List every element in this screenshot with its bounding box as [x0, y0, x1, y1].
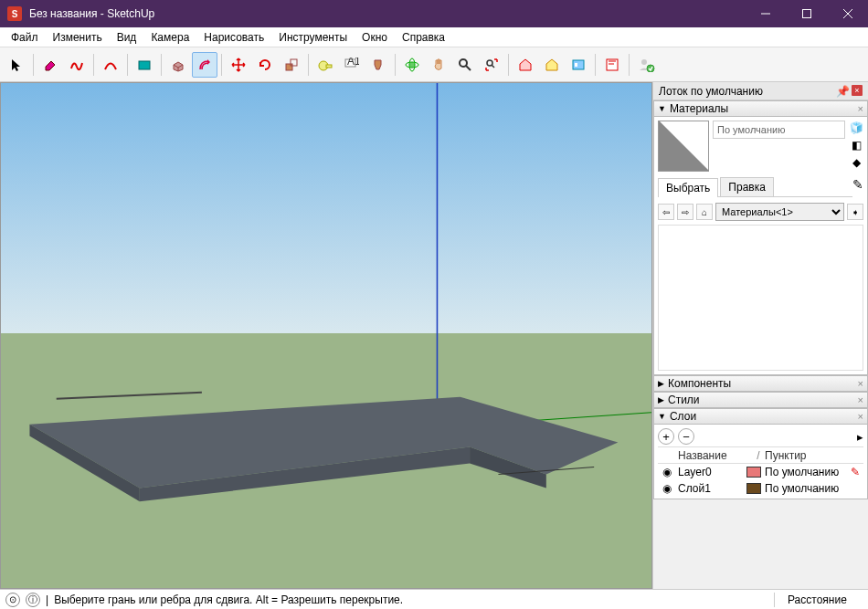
materials-tab-edit[interactable]: Правка [720, 177, 774, 196]
material-preview[interactable] [658, 121, 709, 172]
extension-tool[interactable] [566, 52, 591, 78]
sort-icon[interactable]: / [752, 449, 765, 462]
svg-rect-5 [286, 64, 292, 70]
menu-файл[interactable]: Файл [4, 29, 46, 46]
pan-tool[interactable] [426, 52, 451, 78]
svg-point-21 [641, 59, 647, 65]
panel-styles-header[interactable]: ▶ Стили × [653, 392, 868, 408]
warehouse2-tool[interactable] [539, 52, 565, 78]
menu-изменить[interactable]: Изменить [46, 29, 110, 46]
panel-layers-close[interactable]: × [858, 411, 863, 422]
panel-styles-label: Стили [668, 394, 700, 406]
menu-камера[interactable]: Камера [143, 29, 196, 46]
material-inmodel-icon[interactable]: ◆ [849, 155, 863, 170]
layer-color-swatch[interactable] [746, 483, 761, 494]
visibility-icon[interactable]: ◉ [658, 482, 676, 495]
rotate-tool[interactable] [252, 52, 278, 78]
zoom-extents-tool[interactable] [479, 52, 504, 78]
materials-menu-button[interactable]: ➧ [847, 204, 863, 220]
move-tool[interactable] [226, 52, 251, 78]
user-icon [637, 58, 655, 72]
panel-materials-close[interactable]: × [858, 103, 863, 114]
layer-add-button[interactable]: + [658, 428, 674, 445]
svg-point-11 [409, 62, 415, 68]
orbit-tool[interactable] [399, 52, 425, 78]
zoom-extents-icon [484, 58, 499, 72]
layer-row[interactable]: ◉ Слой1 По умолчанию [658, 480, 863, 497]
eraser-icon [43, 58, 58, 72]
material-default-icon[interactable]: ◧ [849, 138, 863, 152]
collapse-arrow-icon: ▼ [658, 104, 666, 113]
warehouse2-icon [545, 58, 559, 72]
tray-title: Лоток по умолчанию [659, 85, 763, 98]
distance-label: Расстояние [780, 593, 863, 606]
materials-home-button[interactable]: ⌂ [696, 204, 713, 220]
materials-back-button[interactable]: ⇦ [658, 204, 674, 220]
material-create-icon[interactable]: 🧊 [849, 121, 863, 135]
materials-grid[interactable] [658, 225, 863, 371]
svg-rect-1 [802, 10, 810, 18]
menu-нарисовать[interactable]: Нарисовать [196, 29, 271, 46]
credits-icon[interactable]: ⓘ [26, 593, 40, 607]
materials-forward-button[interactable]: ⇨ [677, 204, 693, 220]
visibility-icon[interactable]: ◉ [658, 466, 676, 478]
tray-close-button[interactable]: × [852, 85, 863, 96]
close-button[interactable] [827, 0, 868, 27]
svg-rect-23 [1, 83, 651, 333]
tape-tool[interactable] [312, 52, 338, 78]
geolocation-icon[interactable]: ⊙ [5, 593, 20, 607]
maximize-button[interactable] [786, 0, 827, 27]
materials-collection-select[interactable]: Материалы<1> [715, 203, 844, 221]
pushpull-tool[interactable] [165, 52, 191, 78]
menu-окно[interactable]: Окно [355, 29, 395, 46]
text-tool[interactable]: A1 [339, 52, 365, 78]
panel-layers-header[interactable]: ▼ Слои × [653, 408, 868, 425]
line-icon [69, 58, 84, 72]
collapse-arrow-icon: ▼ [658, 412, 666, 421]
statusbar-separator: | [46, 593, 48, 606]
viewport-3d[interactable] [0, 82, 652, 589]
svg-line-15 [466, 66, 471, 70]
layers-head-name[interactable]: Название [676, 449, 752, 462]
layers-head-dash[interactable]: Пунктир [765, 449, 847, 462]
layer-name: Layer0 [676, 466, 734, 478]
layer-indicator-icon: ✎ [847, 466, 863, 478]
minimize-button[interactable] [745, 0, 786, 27]
zoom-tool[interactable] [452, 52, 478, 78]
pushpull-icon [171, 58, 185, 72]
user-tool[interactable] [633, 52, 659, 78]
eyedropper-icon[interactable]: ✎ [852, 177, 863, 192]
orbit-icon [405, 58, 419, 72]
pin-icon[interactable]: 📌 [836, 85, 850, 98]
eraser-tool[interactable] [37, 52, 63, 78]
layer-name: Слой1 [676, 482, 734, 495]
material-name-input[interactable] [713, 121, 845, 139]
layout-icon [605, 58, 619, 72]
materials-tab-select[interactable]: Выбрать [658, 178, 718, 197]
panel-components-close[interactable]: × [858, 378, 863, 389]
layer-color-swatch[interactable] [746, 467, 761, 478]
warehouse-tool[interactable] [513, 52, 538, 78]
main-toolbar: A1 [0, 47, 868, 82]
menu-вид[interactable]: Вид [110, 29, 144, 46]
panel-components-header[interactable]: ▶ Компоненты × [653, 375, 868, 392]
layout-tool[interactable] [599, 52, 625, 78]
line-tool[interactable] [64, 52, 90, 78]
scale-icon [284, 58, 299, 72]
arc-icon [103, 58, 118, 72]
panel-materials-header[interactable]: ▼ Материалы × [653, 100, 868, 117]
select-tool[interactable] [4, 52, 29, 78]
layer-dash: По умолчанию [765, 466, 847, 478]
panel-styles-close[interactable]: × [858, 394, 863, 405]
menu-справка[interactable]: Справка [395, 29, 452, 46]
menu-инструменты[interactable]: Инструменты [271, 29, 355, 46]
svg-rect-8 [326, 65, 332, 68]
scale-tool[interactable] [279, 52, 304, 78]
arc-tool[interactable] [98, 52, 123, 78]
layer-remove-button[interactable]: − [678, 428, 694, 445]
rectangle-tool[interactable] [132, 52, 157, 78]
layer-row[interactable]: ◉ Layer0 По умолчанию ✎ [658, 464, 863, 480]
layer-menu-button[interactable]: ▸ [857, 430, 863, 444]
offset-tool[interactable] [192, 52, 217, 78]
paint-tool[interactable] [365, 52, 391, 78]
